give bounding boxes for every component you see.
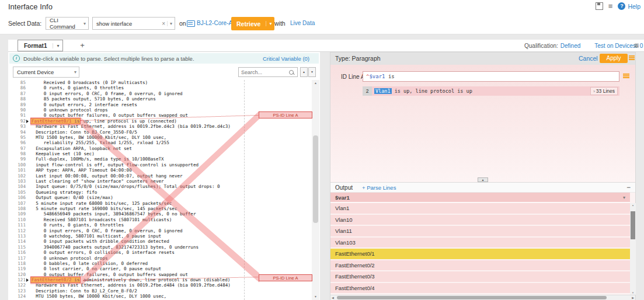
ps-id-tag[interactable]: PS-ID Line A	[259, 111, 312, 118]
add-tab-button[interactable]: +	[77, 41, 88, 50]
output-row[interactable]: Vlan10	[330, 215, 630, 225]
code-line[interactable]: 124 MTU 1500 bytes, BW 10000 Kbit/sec, D…	[8, 294, 311, 299]
search-icon[interactable]	[289, 70, 294, 75]
scroll-left-icon[interactable]: ◀	[332, 295, 334, 300]
code-line[interactable]: 110 Received 5807101 broadcasts (5807101…	[8, 217, 311, 222]
scroll-right-icon[interactable]: ▶	[632, 295, 634, 300]
find-next-button[interactable]: ▼	[308, 67, 316, 77]
matched-lines-chip[interactable]: › 33 Lines	[590, 87, 618, 95]
panel-menu-icon[interactable]	[629, 55, 635, 61]
output-row[interactable]: FastEthernet0/2	[330, 260, 630, 271]
search-box[interactable]	[238, 67, 298, 77]
output-row[interactable]: Vlan103	[330, 238, 630, 248]
ps-id-tag[interactable]: PS-ID Line A	[259, 274, 312, 281]
source-type-dropdown[interactable]: CLI Command ▾	[46, 17, 89, 30]
scroll-up-icon[interactable]: ▲	[630, 204, 636, 207]
chevron-down-icon[interactable]: ▾	[53, 43, 62, 48]
code-line[interactable]: 94 Description: Conn to BJ_Core_3550-F0/…	[8, 130, 311, 135]
code-line[interactable]: 92FastEthernet0/1 is up, line protocol i…	[8, 118, 311, 124]
help-button[interactable]: ? Help	[618, 2, 640, 10]
scroll-up-icon[interactable]: ▲	[312, 80, 319, 86]
chevron-down-icon[interactable]: ▾	[167, 21, 175, 26]
code-line[interactable]: 93 Hardware is Fast Ethernet, address is…	[8, 124, 311, 129]
scrollbar-thumb[interactable]	[337, 296, 607, 299]
save-icon[interactable]	[596, 2, 603, 10]
output-row[interactable]: FastEthernet0/1	[330, 249, 630, 259]
code-line[interactable]: 89 0 output errors, 2 interface resets	[8, 102, 311, 107]
code-line[interactable]: 99 Full-duplex, 100Mb/s, media type is 1…	[8, 156, 311, 162]
id-line-highlight[interactable]: FastEthernet0/2 is	[30, 277, 81, 283]
code-scrollbar[interactable]: ▲ ▼	[312, 80, 319, 300]
minimize-icon[interactable]: −	[626, 184, 631, 190]
code-line[interactable]: 98 Keepalive set (10 sec)	[8, 151, 311, 156]
code-line[interactable]: 101 ARP type: ARPA, ARP Timeout 04:00:00	[8, 168, 311, 173]
code-line[interactable]: 105 Queueing strategy: fifo	[8, 190, 311, 195]
code-line[interactable]: 123 Description: Conn to BJ_L2_Core_B-F0…	[8, 288, 311, 294]
qualification-value-link[interactable]: Defined	[561, 43, 580, 49]
retrieve-button[interactable]: Retrieve ▾	[231, 17, 274, 30]
code-line[interactable]: 85 Received 0 broadcasts (0 IP multicast…	[8, 80, 311, 85]
device-link[interactable]: BJ-L2-Core-A	[197, 20, 232, 26]
code-line[interactable]: 88 85 packets output, 5710 bytes, 0 unde…	[8, 96, 311, 102]
scroll-down-icon[interactable]: ▼	[312, 294, 319, 300]
code-line[interactable]: 117 0 unknown protocol drops	[8, 256, 311, 261]
code-line[interactable]: 114 0 input packets with dribble conditi…	[8, 239, 311, 244]
list-menu-icon[interactable]: ≡	[608, 3, 613, 9]
current-device-dropdown[interactable]: Current Device ▾	[13, 67, 79, 78]
code-line[interactable]: 95 MTU 1500 bytes, BW 100000 Kbit/sec, D…	[8, 135, 311, 140]
line-text: Last clearing of "show interface" counte…	[26, 179, 164, 184]
code-line[interactable]: 108 5 minute output rate 169000 bits/sec…	[8, 206, 311, 211]
code-line[interactable]: 122 Hardware is Fast Ethernet, address i…	[8, 282, 311, 288]
code-line[interactable]: 100 input flow-control is off, output fl…	[8, 162, 311, 168]
find-previous-button[interactable]: ▲	[300, 67, 308, 77]
apply-button[interactable]: Apply	[600, 54, 628, 63]
id-line-pattern-input[interactable]: ^$var1 is	[363, 71, 619, 82]
code-line[interactable]: 119 0 lost carrier, 0 no carrier, 0 paus…	[8, 266, 311, 271]
search-input[interactable]	[239, 69, 289, 76]
hamburger-menu-icon[interactable]: ≡	[634, 41, 639, 50]
code-line[interactable]: 102 Last input 00:00:08, output 00:00:07…	[8, 173, 311, 179]
clear-icon[interactable]: ×	[160, 20, 167, 27]
code-line[interactable]: 107 5 minute input rate 68000 bits/sec, …	[8, 201, 311, 206]
code-line[interactable]: 112 0 input errors, 0 CRC, 0 frame, 0 ov…	[8, 228, 311, 233]
paragraph-marker-icon	[26, 120, 29, 123]
test-on-devices-label[interactable]: Test on Devices:	[594, 43, 637, 49]
cancel-button[interactable]: Cancel	[579, 55, 598, 62]
output-row[interactable]: Vlan11	[330, 226, 630, 236]
code-line[interactable]: 109 5486656949 packets input, 3894368675…	[8, 211, 311, 217]
test-on-devices-value[interactable]: 0	[640, 43, 643, 49]
splitter-handle-icon[interactable]: ▲	[478, 177, 488, 182]
live-data-link[interactable]: Live Data	[290, 20, 315, 26]
scrollbar-thumb[interactable]	[313, 135, 318, 223]
code-line[interactable]: 118 0 babbles, 0 late collision, 0 defer…	[8, 261, 311, 266]
code-line[interactable]: 111 0 runts, 0 giants, 0 throttles	[8, 222, 311, 228]
code-line[interactable]: 115 3940067740 packets output, 832174723…	[8, 245, 311, 250]
output-row[interactable]: FastEthernet0/4	[330, 283, 630, 294]
scrollbar-thumb[interactable]	[631, 211, 635, 239]
parse-lines-link[interactable]: + Parse Lines	[362, 184, 396, 191]
code-line[interactable]: 97 Encapsulation ARPA, loopback not set	[8, 146, 311, 151]
chevron-down-icon[interactable]: ▾	[266, 21, 274, 26]
code-line[interactable]: 103 Last clearing of "show interface" co…	[8, 179, 311, 184]
chevron-down-icon[interactable]: ▾	[623, 195, 625, 200]
output-column-header[interactable]: $var1 ▾	[330, 193, 630, 203]
id-line-highlight[interactable]: FastEthernet0/1 is	[30, 118, 81, 124]
output-horizontal-scrollbar[interactable]: ◀ ▶	[330, 295, 635, 300]
scroll-down-icon[interactable]: ▼	[630, 291, 636, 294]
code-line[interactable]: 86 0 runts, 0 giants, 0 throttles	[8, 85, 311, 90]
output-row[interactable]: FastEthernet0/3	[330, 271, 630, 282]
output-scrollbar[interactable]: ▲ ▼	[630, 203, 636, 295]
output-row[interactable]: Vlan1	[330, 203, 630, 214]
sample-line-row[interactable]: Vlan1 is up, line protocol is up › 33 Li…	[372, 86, 619, 96]
pattern-menu-icon[interactable]	[623, 74, 629, 79]
critical-variable-link[interactable]: Critical Variable (0)	[263, 55, 309, 62]
command-input[interactable]: show interface × ▾	[92, 17, 175, 30]
code-line[interactable]: 87 0 input errors, 0 CRC, 0 frame, 0 ove…	[8, 91, 311, 96]
code-line[interactable]: 96 reliability 255/255, txload 1/255, rx…	[8, 140, 311, 145]
code-line[interactable]: 106 Output queue: 0/40 (size/max)	[8, 195, 311, 200]
sample-variable-token[interactable]: Vlan1	[374, 88, 392, 94]
tab-format1[interactable]: Format1 ▾	[18, 40, 63, 51]
code-line[interactable]: 113 0 watchdog, 5807101 multicast, 0 pau…	[8, 233, 311, 239]
code-line[interactable]: 116 0 output errors, 0 collisions, 0 int…	[8, 250, 311, 255]
code-line[interactable]: 104 Input queue: 0/75/0/0 (size/max/drop…	[8, 184, 311, 189]
